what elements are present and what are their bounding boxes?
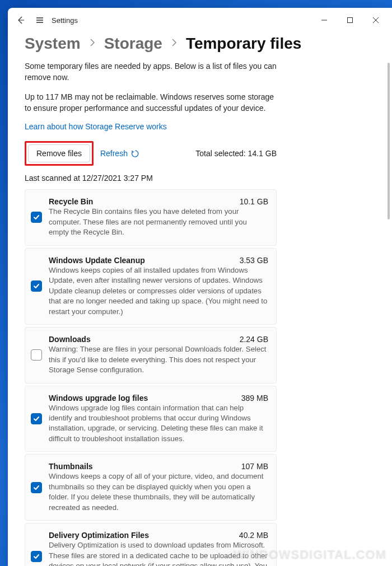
list-item-body: Thumbnails107 MBWindows keeps a copy of … [49,462,268,513]
checkbox[interactable] [31,551,42,562]
checkbox[interactable] [31,413,42,424]
list-item[interactable]: Downloads2.24 GBWarning: These are files… [25,327,277,383]
titlebar: Settings [8,8,392,32]
list-item-body: Windows upgrade log files389 MBWindows u… [49,394,268,445]
scrollbar-thumb[interactable] [388,63,390,219]
action-row: Remove files Refresh Total selected: 14.… [25,141,277,166]
check-icon [33,214,40,221]
app-title: Settings [52,16,78,25]
list-item-size: 40.2 MB [239,531,268,540]
list-item-description: Warning: These are files in your persona… [49,344,268,375]
refresh-icon [131,149,139,158]
check-icon [33,484,40,491]
menu-button[interactable] [30,11,49,30]
checkbox[interactable] [31,482,42,493]
list-item-body: Recycle Bin10.1 GBThe Recycle Bin contai… [49,197,268,237]
list-item-description: Windows keeps copies of all installed up… [49,265,268,317]
list-item-body: Windows Update Cleanup3.53 GBWindows kee… [49,256,268,317]
arrow-left-icon [16,16,25,25]
intro-paragraph-2: Up to 117 MB may not be reclaimable. Win… [25,91,282,114]
list-item-title: Thumbnails [49,462,93,471]
svg-rect-0 [348,18,353,23]
list-item-title: Windows upgrade log files [49,394,148,403]
list-item-title: Recycle Bin [49,197,93,206]
check-icon [33,553,40,560]
checkbox[interactable] [31,212,42,223]
checkbox[interactable] [31,349,42,361]
list-item-description: Windows upgrade log files contain inform… [49,403,268,445]
window-controls [311,12,389,29]
list-item-body: Delivery Optimization Files40.2 MBDelive… [49,531,268,566]
breadcrumb-current: Temporary files [186,35,301,53]
check-icon [33,283,40,289]
maximize-button[interactable] [337,12,363,29]
last-scanned-label: Last scanned at 12/27/2021 3:27 PM [25,174,377,183]
list-item[interactable]: Thumbnails107 MBWindows keeps a copy of … [25,454,277,521]
hamburger-icon [35,16,44,25]
list-item-title: Windows Update Cleanup [49,256,145,265]
maximize-icon [347,17,353,23]
settings-window: Settings System Storage Temporary files … [8,8,392,566]
breadcrumb-system[interactable]: System [25,35,81,53]
list-item[interactable]: Delivery Optimization Files40.2 MBDelive… [25,523,277,566]
temp-files-list: Recycle Bin10.1 GBThe Recycle Bin contai… [25,189,277,566]
page-body: Some temporary files are needed by apps.… [8,60,392,566]
back-button[interactable] [11,11,30,30]
remove-files-button[interactable]: Remove files [28,144,90,162]
close-button[interactable] [363,12,389,29]
list-item-body: Downloads2.24 GBWarning: These are files… [49,335,268,375]
list-item-title: Delivery Optimization Files [49,531,149,540]
annotation-highlight: Remove files [25,141,94,166]
list-item-header: Windows Update Cleanup3.53 GB [49,256,268,265]
breadcrumb: System Storage Temporary files [8,32,392,60]
minimize-button[interactable] [311,12,337,29]
storage-reserve-link[interactable]: Learn about how Storage Reserve works [25,122,167,131]
list-item-header: Downloads2.24 GB [49,335,268,344]
list-item-description: Delivery Optimization is used to downloa… [49,540,268,566]
list-item[interactable]: Windows upgrade log files389 MBWindows u… [25,386,277,452]
list-item[interactable]: Windows Update Cleanup3.53 GBWindows kee… [25,248,277,325]
chevron-right-icon [88,39,96,49]
list-item-size: 107 MB [241,462,268,471]
refresh-label: Refresh [100,149,128,158]
list-item[interactable]: Recycle Bin10.1 GBThe Recycle Bin contai… [25,189,277,245]
list-item-header: Thumbnails107 MB [49,462,268,471]
list-item-header: Windows upgrade log files389 MB [49,394,268,403]
refresh-button[interactable]: Refresh [100,149,139,158]
minimize-icon [321,17,327,23]
list-item-size: 389 MB [241,394,268,403]
chevron-right-icon [170,39,178,49]
list-item-size: 10.1 GB [240,197,268,206]
list-item-title: Downloads [49,335,91,344]
checkbox[interactable] [31,280,42,292]
list-item-description: Windows keeps a copy of all of your pict… [49,471,268,513]
list-item-header: Delivery Optimization Files40.2 MB [49,531,268,540]
scrollbar[interactable] [388,63,391,564]
total-selected-label: Total selected: 14.1 GB [195,149,277,158]
breadcrumb-storage[interactable]: Storage [104,35,162,53]
list-item-size: 3.53 GB [240,256,268,265]
list-item-header: Recycle Bin10.1 GB [49,197,268,206]
close-icon [373,17,379,23]
intro-paragraph-1: Some temporary files are needed by apps.… [25,60,282,83]
list-item-description: The Recycle Bin contains files you have … [49,207,268,237]
check-icon [33,415,40,422]
list-item-size: 2.24 GB [240,335,268,344]
